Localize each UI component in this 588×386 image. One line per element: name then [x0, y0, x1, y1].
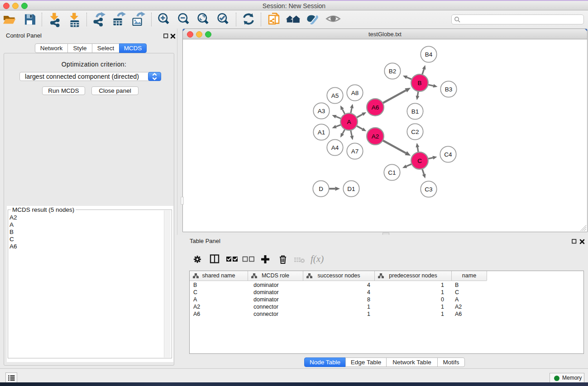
svg-text:A8: A8	[351, 90, 359, 96]
svg-text:A1: A1	[318, 129, 325, 136]
svg-text:B4: B4	[425, 51, 433, 58]
svg-text:A5: A5	[331, 92, 339, 99]
svg-text:D: D	[319, 186, 323, 192]
svg-text:A2: A2	[372, 133, 379, 140]
svg-text:A7: A7	[351, 148, 359, 155]
svg-text:C: C	[417, 157, 422, 164]
svg-text:B3: B3	[445, 86, 453, 93]
svg-text:D1: D1	[347, 186, 355, 192]
svg-text:B: B	[417, 80, 421, 86]
svg-text:A: A	[347, 119, 351, 125]
svg-text:B1: B1	[411, 108, 419, 115]
svg-text:C3: C3	[425, 186, 432, 193]
svg-text:C4: C4	[444, 151, 452, 158]
svg-text:C2: C2	[411, 129, 419, 135]
svg-text:A6: A6	[372, 104, 379, 111]
svg-text:C1: C1	[388, 169, 396, 176]
svg-text:A3: A3	[318, 108, 325, 114]
svg-text:B2: B2	[389, 68, 397, 75]
svg-text:A4: A4	[331, 144, 339, 151]
